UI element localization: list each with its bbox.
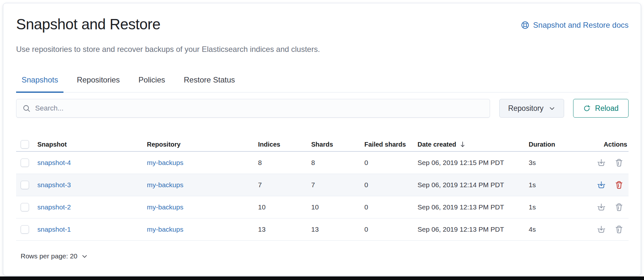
column-header-date-created[interactable]: Date created — [418, 141, 529, 148]
page-subtitle: Use repositories to store and recover ba… — [16, 44, 629, 54]
repository-link[interactable]: my-backups — [147, 181, 183, 188]
table-body: snapshot-4 my-backups 8 8 0 Sep 06, 2019… — [16, 152, 629, 241]
delete-snapshot-icon[interactable] — [615, 181, 623, 189]
refresh-icon — [583, 105, 591, 112]
snapshot-link[interactable]: snapshot-3 — [37, 181, 71, 188]
chevron-down-icon — [549, 105, 555, 112]
date-created-value: Sep 06, 2019 12:13 PM PDT — [418, 226, 529, 233]
duration-value: 1s — [529, 203, 588, 211]
reload-button[interactable]: Reload — [573, 99, 629, 118]
date-created-value: Sep 06, 2019 12:13 PM PDT — [418, 203, 529, 211]
delete-snapshot-icon[interactable] — [615, 225, 623, 234]
table-row: snapshot-1 my-backups 13 13 0 Sep 06, 20… — [16, 218, 629, 241]
repository-filter-label: Repository — [508, 104, 543, 113]
tab-repositories[interactable]: Repositories — [71, 72, 125, 93]
repository-filter-button[interactable]: Repository — [499, 99, 564, 118]
delete-snapshot-icon[interactable] — [615, 203, 623, 212]
search-box — [16, 99, 490, 118]
restore-snapshot-icon[interactable] — [597, 181, 606, 189]
row-checkbox[interactable] — [21, 181, 29, 189]
restore-snapshot-icon[interactable] — [597, 159, 606, 167]
shards-value: 10 — [311, 203, 364, 211]
chevron-down-icon — [81, 253, 88, 260]
snapshot-link[interactable]: snapshot-2 — [37, 203, 71, 211]
table-header-row: Snapshot Repository Indices Shards Faile… — [16, 138, 629, 152]
docs-link-label: Snapshot and Restore docs — [533, 21, 629, 30]
column-header-failed-shards[interactable]: Failed shards — [364, 141, 418, 148]
failed-shards-value: 0 — [364, 181, 418, 189]
row-checkbox[interactable] — [21, 225, 29, 234]
shards-value: 7 — [311, 181, 364, 189]
page-header: Snapshot and Restore Snapshot and Restor… — [16, 15, 629, 33]
snapshot-restore-panel: Snapshot and Restore Snapshot and Restor… — [3, 3, 641, 276]
snapshot-link[interactable]: snapshot-1 — [37, 226, 71, 233]
delete-snapshot-icon[interactable] — [615, 159, 623, 167]
row-checkbox[interactable] — [21, 159, 29, 167]
page-title: Snapshot and Restore — [16, 15, 160, 33]
column-header-shards[interactable]: Shards — [311, 141, 364, 148]
tab-bar: Snapshots Repositories Policies Restore … — [16, 72, 629, 92]
duration-value: 3s — [529, 159, 588, 167]
column-header-snapshot[interactable]: Snapshot — [37, 141, 147, 148]
shards-value: 13 — [311, 226, 364, 233]
select-all-checkbox[interactable] — [21, 140, 29, 149]
shards-value: 8 — [311, 159, 364, 167]
table-row: snapshot-4 my-backups 8 8 0 Sep 06, 2019… — [16, 152, 629, 174]
duration-value: 1s — [529, 181, 588, 189]
column-header-repository[interactable]: Repository — [147, 141, 258, 148]
failed-shards-value: 0 — [364, 159, 418, 167]
restore-snapshot-icon[interactable] — [597, 225, 606, 234]
repository-link[interactable]: my-backups — [147, 226, 183, 233]
tab-policies[interactable]: Policies — [133, 72, 171, 93]
failed-shards-value: 0 — [364, 226, 418, 233]
failed-shards-value: 0 — [364, 203, 418, 211]
date-created-value: Sep 06, 2019 12:15 PM PDT — [418, 159, 529, 167]
screen-bottom-edge — [0, 276, 644, 280]
column-header-actions: Actions — [588, 141, 629, 148]
rows-per-page-button[interactable]: Rows per page: 20 — [16, 252, 88, 260]
indices-value: 8 — [258, 159, 311, 167]
column-header-duration: Duration — [529, 141, 588, 148]
search-input[interactable] — [16, 99, 490, 118]
reload-button-label: Reload — [595, 104, 619, 113]
column-header-indices[interactable]: Indices — [258, 141, 311, 148]
indices-value: 10 — [258, 203, 311, 211]
table-row: snapshot-2 my-backups 10 10 0 Sep 06, 20… — [16, 196, 629, 218]
row-checkbox[interactable] — [21, 203, 29, 211]
tab-snapshots[interactable]: Snapshots — [16, 72, 63, 93]
duration-value: 4s — [529, 226, 588, 233]
toolbar: Repository Reload — [16, 99, 629, 118]
indices-value: 13 — [258, 226, 311, 233]
date-created-value: Sep 06, 2019 12:14 PM PDT — [418, 181, 529, 189]
snapshot-link[interactable]: snapshot-4 — [37, 159, 71, 166]
table-row: snapshot-3 my-backups 7 7 0 Sep 06, 2019… — [16, 174, 629, 196]
rows-per-page-label: Rows per page: 20 — [21, 252, 77, 260]
indices-value: 7 — [258, 181, 311, 189]
restore-snapshot-icon[interactable] — [597, 203, 606, 212]
sort-descending-arrow-icon — [459, 141, 466, 148]
help-lifering-icon — [521, 21, 529, 29]
docs-link[interactable]: Snapshot and Restore docs — [521, 21, 629, 30]
tab-restore-status[interactable]: Restore Status — [178, 72, 241, 93]
search-icon — [23, 104, 31, 112]
repository-link[interactable]: my-backups — [147, 159, 183, 166]
repository-link[interactable]: my-backups — [147, 203, 183, 211]
